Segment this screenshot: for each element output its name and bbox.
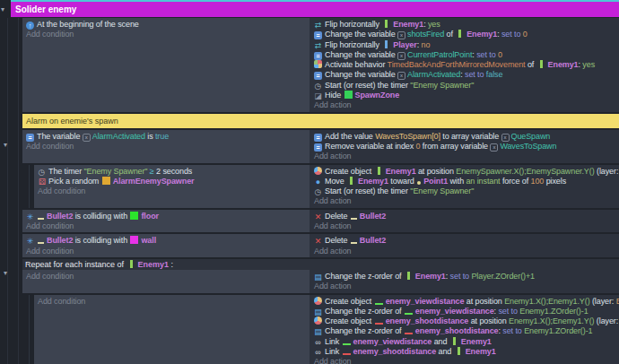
add-condition-link[interactable]: Add condition (23, 142, 310, 152)
text-segment: at position (464, 297, 504, 306)
action-row[interactable]: ✕Delete Bullet2 (311, 236, 619, 246)
add-action-link[interactable]: Add action (311, 100, 619, 110)
delete-icon: ✕ (314, 213, 322, 221)
action-row[interactable]: ●Move Enemy1 toward Point1 with an insta… (311, 177, 619, 186)
text-segment: Enemy1 (415, 272, 446, 281)
text-segment: enemy_viewdistance (386, 297, 465, 306)
timer-icon: ◷ (314, 188, 322, 196)
action-row[interactable]: Create object enemy_shootdistance at pos… (311, 316, 619, 326)
bullet2-thumbnail (38, 242, 44, 244)
action-row[interactable]: ✕Delete Bullet2 (311, 212, 619, 221)
add-action-link[interactable]: Add action (311, 221, 619, 231)
text-segment: set to (450, 272, 472, 281)
text-segment: set to (502, 326, 524, 335)
text-segment: enemy_viewdistance (353, 337, 432, 346)
text-segment: Change the variable (325, 30, 397, 39)
condition-row[interactable]: ◷The timer "Enemy Spawner" ≥ 2 seconds (35, 167, 310, 177)
text-segment: Start (or reset) the timer (325, 186, 410, 195)
action-row[interactable]: ▤Change the z-order of enemy_viewdistanc… (311, 307, 619, 316)
shootline-thumbnail (405, 333, 413, 334)
add-action-link[interactable]: Add action (311, 196, 619, 206)
text-segment: Remove variable at index (325, 142, 416, 151)
conditions-panel: Add condition (34, 295, 310, 364)
action-row[interactable]: =Remove variable at index 0 from array v… (311, 142, 619, 152)
add-action-link[interactable]: Add action (311, 152, 619, 161)
action-row[interactable]: ∞Link enemy_shootdistance and Enemy1 (311, 347, 619, 357)
text-segment: Player.ZOrder()+1 (471, 272, 535, 281)
action-row[interactable]: ⇄Flip horizontally Player: no (311, 40, 619, 50)
action-row[interactable]: =Change the variable xCurrentPatrolPoint… (311, 50, 619, 60)
text-segment: At the beginning of the scene (37, 20, 139, 29)
add-condition-link[interactable]: Add condition (35, 297, 310, 307)
enemy1-thumbnail (450, 337, 458, 345)
add-condition-link[interactable]: Add condition (23, 247, 310, 256)
create-icon (314, 316, 322, 325)
text-segment: an instant (466, 177, 500, 186)
add-condition-link[interactable]: Add condition (23, 30, 310, 39)
text-segment: Change the variable (325, 70, 397, 79)
add-action-link[interactable]: Add action (311, 357, 619, 364)
text-segment: Flip horizontally (325, 20, 381, 29)
text-segment: Change the variable (325, 50, 397, 59)
foreach-header[interactable]: Repeat for each instance of Enemy1 : (22, 259, 619, 270)
var-badge-icon: x (397, 72, 405, 80)
action-row[interactable]: =Change the variable xshotsFired of Enem… (311, 30, 619, 39)
text-segment: TimedBackAndForthMirroredMovement (388, 60, 526, 69)
var-badge-icon: x (397, 31, 405, 39)
action-row[interactable]: ◷Start (or reset) the timer "Enemy Spawn… (311, 81, 619, 91)
text-segment: Enemy1 (466, 30, 497, 39)
action-row[interactable]: ◷Start (or reset) the timer "Enemy Spawn… (311, 186, 619, 196)
text-segment: 0 (498, 50, 502, 59)
conditions-panel: ◷The timer "Enemy Spawner" ≥ 2 seconds⚄P… (34, 165, 310, 208)
text-segment: Link (325, 347, 342, 356)
viewline-thumbnail (375, 303, 383, 305)
action-row[interactable]: Activate behavior TimedBackAndForthMirro… (311, 60, 619, 70)
action-row[interactable]: ⇄Flip horizontally Enemy1: yes (311, 20, 619, 30)
condition-row[interactable]: ✳Bullet2 is colliding with wall (23, 236, 310, 246)
action-row[interactable]: =Change the variable xAlarmActivated: se… (311, 70, 619, 80)
variable-icon: = (314, 31, 322, 39)
conditions-panel: Add condition (22, 270, 310, 293)
text-segment: of (526, 60, 536, 69)
bullet2-thumbnail (351, 242, 357, 244)
action-row[interactable]: ◪Hide SpawnZone (311, 91, 619, 100)
action-row[interactable]: =Add the value WavesToSpawn[0] to array … (311, 132, 619, 142)
text-segment: WavesToSpawn (500, 142, 556, 151)
link-icon: ∞ (314, 349, 322, 357)
text-segment: enemy_viewdistance (415, 307, 494, 316)
text-segment: force of (501, 177, 531, 186)
collision-icon: ✳ (26, 213, 34, 221)
text-segment: at position (468, 316, 509, 325)
text-segment: Enemy1 (358, 177, 388, 186)
actions-panel: ✕Delete Bullet2Add action (310, 234, 619, 257)
action-row[interactable]: ▤Change the z-order of Enemy1: set to Pl… (311, 272, 619, 282)
condition-row[interactable]: ✳Bullet2 is colliding with floor (23, 212, 310, 221)
text-segment: "Enemy Spawner" (410, 186, 474, 195)
action-row[interactable]: ∞Link enemy_viewdistance and Enemy1 (311, 337, 619, 347)
collision-icon: ✳ (26, 238, 34, 246)
action-row[interactable]: ▤Change the z-order of enemy_shootdistan… (311, 326, 619, 336)
var-badge-icon: x (83, 134, 91, 142)
text-segment: AlarmEnemySpawner (113, 177, 195, 186)
text-segment: enemy_shootdistance (353, 347, 437, 356)
event-block: =The variable xAlarmActivated is trueAdd… (22, 130, 619, 163)
condition-row[interactable]: ↑At the beginning of the scene (23, 20, 310, 30)
action-row[interactable]: Create object Enemy1 at position EnemySp… (311, 167, 619, 177)
action-row[interactable]: Create object enemy_viewdistance at posi… (311, 297, 619, 307)
add-action-link[interactable]: Add action (311, 247, 619, 256)
zorder-icon: ▤ (314, 273, 322, 282)
add-condition-link[interactable]: Add condition (23, 272, 310, 282)
text-segment: Repeat for each instance of (25, 260, 126, 269)
text-segment: Change the z-order of (325, 307, 404, 316)
group-header[interactable]: Solider enemy (11, 2, 619, 17)
create-icon (314, 167, 322, 175)
add-action-link[interactable]: Add action (311, 282, 619, 291)
add-condition-link[interactable]: Add condition (35, 186, 310, 196)
text-segment: yes (582, 60, 595, 69)
condition-row[interactable]: =The variable xAlarmActivated is true (23, 132, 310, 142)
text-segment: at position (416, 167, 457, 176)
text-segment: true (155, 132, 169, 141)
condition-row[interactable]: ⚄Pick a random AlarmEnemySpawner (35, 177, 310, 186)
add-condition-link[interactable]: Add condition (23, 221, 310, 231)
comment-row[interactable]: Alarm on enemie's spawn (22, 114, 619, 128)
